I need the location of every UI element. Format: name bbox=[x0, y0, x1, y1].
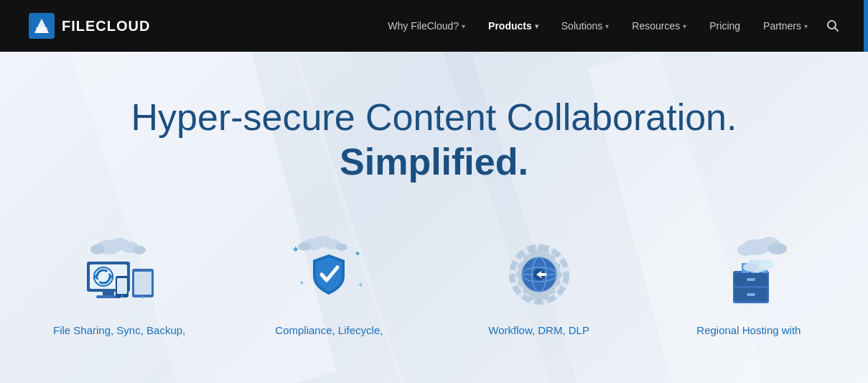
regional-hosting-icon-svg bbox=[706, 231, 792, 310]
svg-rect-2 bbox=[36, 27, 47, 33]
hero-section: Hyper-secure Content Collaboration. Simp… bbox=[0, 52, 868, 383]
search-icon bbox=[826, 19, 839, 32]
feature-icon-workflow bbox=[493, 228, 586, 314]
svg-rect-18 bbox=[117, 278, 127, 294]
feature-item-file-sharing: File Sharing, Sync, Backup, bbox=[43, 228, 195, 338]
feature-label-compliance: Compliance, Lifecycle, bbox=[275, 323, 383, 338]
svg-rect-47 bbox=[747, 293, 755, 296]
svg-point-29 bbox=[298, 242, 311, 251]
chevron-down-icon: ▾ bbox=[535, 22, 538, 30]
nav-link-partners[interactable]: Partners ▾ bbox=[753, 0, 818, 52]
hero-title: Hyper-secure Content Collaboration. Simp… bbox=[131, 95, 737, 185]
nav-link-solutions[interactable]: Solutions ▾ bbox=[551, 0, 620, 52]
nav-item-pricing: Pricing bbox=[699, 0, 750, 52]
svg-point-30 bbox=[336, 244, 347, 251]
svg-point-19 bbox=[121, 295, 123, 297]
main-nav: FILECLOUD Why FileCloud? ▾ Products ▾ So… bbox=[0, 0, 868, 52]
nav-item-solutions: Solutions ▾ bbox=[551, 0, 620, 52]
nav-link-pricing[interactable]: Pricing bbox=[699, 0, 750, 52]
logo-text: FILECLOUD bbox=[62, 18, 150, 34]
feature-icon-compliance: ✦ ✦ ✦ ✦ bbox=[282, 228, 375, 314]
svg-point-42 bbox=[737, 244, 755, 256]
filecloud-logo-icon bbox=[29, 13, 55, 39]
nav-item-why-filecloud: Why FileCloud? ▾ bbox=[378, 0, 475, 52]
svg-text:✦: ✦ bbox=[299, 279, 304, 287]
nav-item-products: Products ▾ bbox=[478, 0, 549, 52]
svg-point-16 bbox=[141, 295, 144, 298]
feature-label-file-sharing: File Sharing, Sync, Backup, bbox=[53, 323, 185, 338]
feature-item-workflow: Workflow, DRM, DLP bbox=[463, 228, 615, 338]
chevron-down-icon: ▾ bbox=[804, 22, 808, 30]
feature-label-workflow: Workflow, DRM, DLP bbox=[488, 323, 589, 338]
svg-point-8 bbox=[90, 244, 105, 254]
nav-link-products[interactable]: Products ▾ bbox=[478, 0, 549, 52]
feature-item-regional: Regional Hosting with bbox=[673, 228, 825, 338]
file-sharing-icon-svg bbox=[76, 231, 162, 310]
svg-line-4 bbox=[835, 28, 839, 32]
nav-accent-bar bbox=[864, 0, 868, 52]
nav-link-resources[interactable]: Resources ▾ bbox=[622, 0, 696, 52]
chevron-down-icon: ▾ bbox=[605, 22, 609, 30]
svg-rect-45 bbox=[747, 278, 755, 281]
chevron-down-icon: ▾ bbox=[683, 22, 686, 30]
search-button[interactable] bbox=[826, 0, 839, 52]
svg-point-53 bbox=[743, 263, 757, 272]
nav-link-why-filecloud[interactable]: Why FileCloud? ▾ bbox=[378, 0, 475, 52]
logo-link[interactable]: FILECLOUD bbox=[29, 13, 150, 39]
svg-point-52 bbox=[760, 259, 774, 269]
svg-point-41 bbox=[768, 243, 787, 254]
feature-icon-regional bbox=[702, 228, 795, 314]
svg-text:✦: ✦ bbox=[358, 281, 363, 289]
nav-item-partners: Partners ▾ bbox=[753, 0, 818, 52]
features-row: File Sharing, Sync, Backup, ✦ ✦ ✦ ✦ bbox=[0, 228, 868, 338]
nav-menu: Why FileCloud? ▾ Products ▾ Solutions ▾ … bbox=[378, 0, 818, 52]
svg-rect-15 bbox=[134, 272, 151, 295]
chevron-down-icon: ▾ bbox=[462, 22, 465, 30]
feature-icon-file-sharing bbox=[73, 228, 166, 314]
svg-point-9 bbox=[133, 246, 146, 254]
compliance-icon-svg: ✦ ✦ ✦ ✦ bbox=[286, 231, 372, 310]
feature-label-regional: Regional Hosting with bbox=[696, 323, 801, 338]
nav-item-resources: Resources ▾ bbox=[622, 0, 696, 52]
svg-text:✦: ✦ bbox=[354, 249, 361, 259]
workflow-icon-svg bbox=[496, 231, 582, 310]
feature-item-compliance: ✦ ✦ ✦ ✦ Compliance, Lifecyc bbox=[253, 228, 405, 338]
